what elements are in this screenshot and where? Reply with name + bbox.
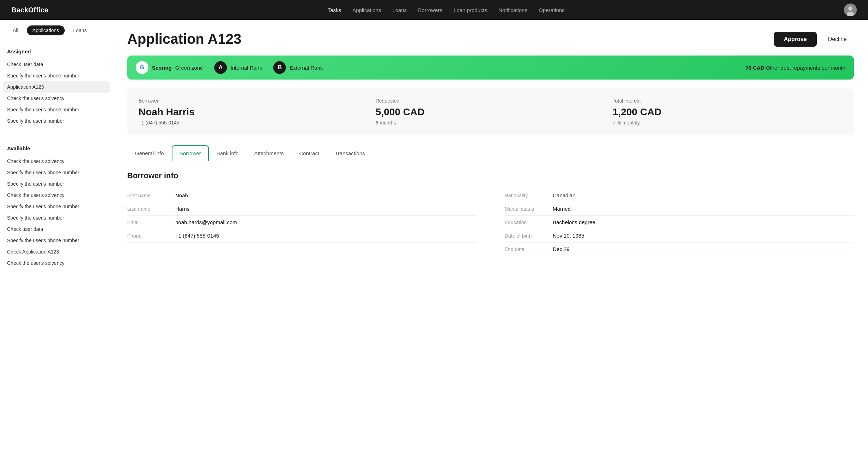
tab-transactions[interactable]: Transactions xyxy=(327,145,373,161)
summary-borrower: Borrower Noah Harris +1 (647) 555-0145 xyxy=(139,98,369,126)
interest-label: Total interest xyxy=(612,98,843,104)
sidebar-item-specify-number-1[interactable]: Specify the user's number xyxy=(7,115,106,127)
info-row-education: Education Bachelor's degree xyxy=(505,216,854,229)
sidebar-available-item-3[interactable]: Check the user's solvency xyxy=(7,190,106,201)
layout: All Applications Loans Assigned Check us… xyxy=(0,20,868,466)
borrower-info-title: Borrower info xyxy=(127,171,854,180)
nav-notifications[interactable]: Notifications xyxy=(498,7,527,13)
sidebar-available-item-8[interactable]: Check Application A123 xyxy=(7,246,106,257)
info-row-phone: Phone +1 (647) 555-0145 xyxy=(127,229,476,243)
email-label: Email xyxy=(127,220,170,225)
top-nav: BackOffice Tasks Applications Loans Borr… xyxy=(0,0,868,20)
sidebar-available-item-7[interactable]: Specify the user's phone number xyxy=(7,235,106,246)
scoring-internal-item: A Internal Rank xyxy=(214,61,262,74)
sidebar: All Applications Loans Assigned Check us… xyxy=(0,20,113,466)
education-label: Education xyxy=(505,220,547,225)
info-row-nationality: Nationality Canadian xyxy=(505,189,854,202)
sidebar-tab-all[interactable]: All xyxy=(7,25,24,35)
end-date-label: End date xyxy=(505,246,547,252)
summary-card: Borrower Noah Harris +1 (647) 555-0145 R… xyxy=(127,88,854,135)
sidebar-available-item-9[interactable]: Check the user's solvency xyxy=(7,257,106,269)
tab-contract[interactable]: Contract xyxy=(292,145,327,161)
scoring-external-item: B External Rank xyxy=(273,61,323,74)
phone-value: +1 (647) 555-0145 xyxy=(175,233,219,239)
sidebar-available-item-6[interactable]: Check user data xyxy=(7,223,106,235)
email-value: noah.harris@yopmail.com xyxy=(175,219,237,225)
scoring-debt-label: Other debt repayments per month xyxy=(766,65,845,71)
marital-status-value: Married xyxy=(553,206,571,212)
sidebar-available-item-4[interactable]: Specify the user's phone number xyxy=(7,201,106,212)
scoring-external-icon: B xyxy=(273,61,286,74)
tab-attachments[interactable]: Attachments xyxy=(246,145,291,161)
sidebar-item-specify-phone-2[interactable]: Specify the user's phone number xyxy=(7,104,106,115)
nav-applications[interactable]: Applications xyxy=(352,7,381,13)
tab-bank-info[interactable]: Bank info xyxy=(209,145,247,161)
info-row-marital-status: Marital status Married xyxy=(505,202,854,216)
scoring-google-icon: G xyxy=(136,61,148,74)
scoring-label: Scoring xyxy=(152,65,172,71)
info-left-column: First name Noah Last name Harris Email n… xyxy=(127,189,476,256)
scoring-banner: G Scoring Green zone A Internal Rank B E… xyxy=(127,56,854,80)
marital-status-label: Marital status xyxy=(505,206,547,212)
page-header: Application A123 Approve Decline xyxy=(127,31,854,47)
sidebar-item-specify-phone-1[interactable]: Specify the user's phone number xyxy=(7,70,106,81)
scoring-debt: 70 CAD Other debt repayments per month xyxy=(745,65,845,71)
sidebar-item-application-a123[interactable]: Application A123 xyxy=(3,81,110,93)
nav-loans[interactable]: Loans xyxy=(392,7,407,13)
sidebar-available-item-0[interactable]: Check the user's solvency xyxy=(7,156,106,167)
header-actions: Approve Decline xyxy=(774,32,854,47)
phone-label: Phone xyxy=(127,233,170,239)
sidebar-item-check-solvency-1[interactable]: Check the user's solvency xyxy=(7,93,106,104)
nav-tasks[interactable]: Tasks xyxy=(328,7,341,13)
content-tabs: General info Borrower Bank info Attachme… xyxy=(127,145,854,161)
tab-borrower[interactable]: Borrower xyxy=(172,145,209,161)
scoring-debt-amount: 70 CAD xyxy=(745,65,764,71)
nav-links: Tasks Applications Loans Borrowers Loan … xyxy=(63,7,830,13)
interest-amount: 1,200 CAD xyxy=(612,106,843,118)
available-title: Available xyxy=(7,145,106,151)
dob-value: Nov 10, 1985 xyxy=(553,233,584,239)
main-content: Application A123 Approve Decline G Scori… xyxy=(113,20,868,466)
brand-logo: BackOffice xyxy=(11,6,48,14)
tab-general-info[interactable]: General info xyxy=(127,145,172,161)
sidebar-available-item-1[interactable]: Specify the user's phone number xyxy=(7,167,106,178)
summary-requested: Requested 5,000 CAD 6 months xyxy=(376,98,606,126)
nav-loan-products[interactable]: Loan products xyxy=(453,7,487,13)
nav-operations[interactable]: Operations xyxy=(539,7,564,13)
scoring-internal-label: Internal Rank xyxy=(230,65,262,71)
sidebar-item-check-user-data[interactable]: Check user data xyxy=(7,59,106,70)
sidebar-tab-applications[interactable]: Applications xyxy=(27,25,65,35)
scoring-zone: Green zone xyxy=(175,65,203,71)
svg-point-1 xyxy=(848,6,852,11)
sidebar-available-item-2[interactable]: Specify the user's number xyxy=(7,178,106,190)
assigned-section: Assigned Check user data Specify the use… xyxy=(0,41,113,129)
info-row-dob: Date of birth Nov 10, 1985 xyxy=(505,229,854,243)
info-right-column: Nationality Canadian Marital status Marr… xyxy=(505,189,854,256)
approve-button[interactable]: Approve xyxy=(774,32,817,47)
nav-borrowers[interactable]: Borrowers xyxy=(418,7,442,13)
sidebar-tab-loans[interactable]: Loans xyxy=(68,25,92,35)
scoring-internal-icon: A xyxy=(214,61,227,74)
dob-label: Date of birth xyxy=(505,233,547,239)
borrower-phone: +1 (647) 555-0145 xyxy=(139,120,369,126)
interest-rate: 7 % monthly xyxy=(612,120,843,126)
firstname-value: Noah xyxy=(175,192,188,198)
summary-interest: Total interest 1,200 CAD 7 % monthly xyxy=(612,98,843,126)
avatar[interactable] xyxy=(844,4,857,16)
info-grid: First name Noah Last name Harris Email n… xyxy=(127,189,854,256)
info-row-lastname: Last name Harris xyxy=(127,202,476,216)
scoring-external-label: External Rank xyxy=(289,65,323,71)
requested-amount: 5,000 CAD xyxy=(376,106,606,118)
sidebar-divider xyxy=(7,134,106,134)
end-date-value: Dec 29 xyxy=(553,246,570,252)
decline-button[interactable]: Decline xyxy=(821,32,854,47)
sidebar-available-item-5[interactable]: Specify the user's number xyxy=(7,212,106,223)
available-section: Available Check the user's solvency Spec… xyxy=(0,138,113,272)
info-row-firstname: First name Noah xyxy=(127,189,476,202)
firstname-label: First name xyxy=(127,193,170,198)
page-title: Application A123 xyxy=(127,31,241,47)
lastname-value: Harris xyxy=(175,206,189,212)
lastname-label: Last name xyxy=(127,206,170,212)
education-value: Bachelor's degree xyxy=(553,219,595,225)
nationality-value: Canadian xyxy=(553,192,575,198)
